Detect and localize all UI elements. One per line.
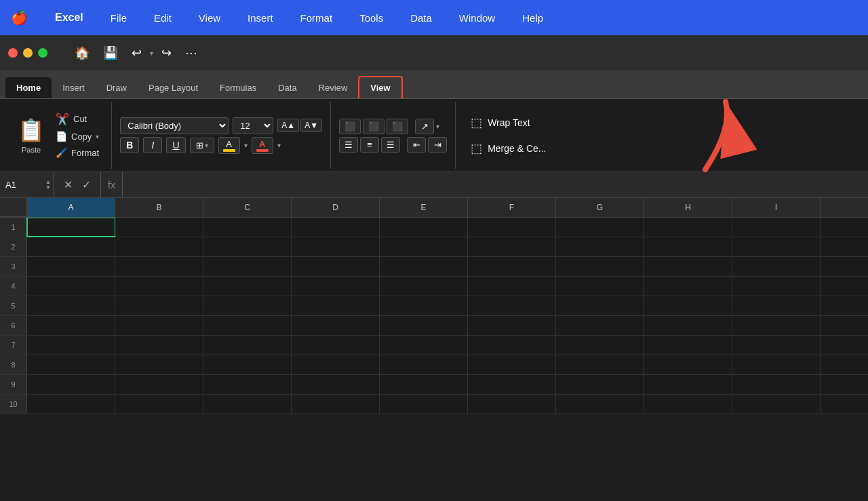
- cell-f1[interactable]: [468, 218, 556, 237]
- borders-button[interactable]: ⊞ ▾: [190, 138, 214, 153]
- col-header-g[interactable]: G: [556, 198, 644, 217]
- row-header-9[interactable]: 9: [0, 375, 27, 394]
- copy-button[interactable]: 📄 Copy ▾: [52, 129, 103, 144]
- cell-a2[interactable]: [27, 237, 115, 256]
- cancel-formula-button[interactable]: ✕: [61, 177, 75, 193]
- cell-g6[interactable]: [556, 316, 644, 335]
- cell-e10[interactable]: [380, 395, 468, 414]
- cell-c2[interactable]: [203, 237, 292, 256]
- cell-g9[interactable]: [556, 375, 644, 394]
- cell-h3[interactable]: [644, 257, 732, 276]
- align-right-button[interactable]: ☰: [381, 137, 400, 153]
- font-size-select[interactable]: 12: [233, 117, 273, 134]
- cell-b2[interactable]: [115, 237, 203, 256]
- menu-format[interactable]: Format: [295, 9, 338, 26]
- home-icon[interactable]: 🏠: [69, 41, 95, 64]
- undo-caret[interactable]: ▾: [150, 49, 153, 57]
- undo-button[interactable]: ↩: [126, 41, 147, 64]
- cell-g1[interactable]: [556, 218, 644, 237]
- highlight-caret[interactable]: ▾: [244, 142, 248, 149]
- cell-c6[interactable]: [203, 316, 292, 335]
- cell-h9[interactable]: [644, 375, 732, 394]
- tab-formulas[interactable]: Formulas: [209, 77, 267, 98]
- more-button[interactable]: ⋯: [180, 41, 203, 64]
- col-header-a[interactable]: A: [27, 198, 115, 217]
- cell-e1[interactable]: [380, 218, 468, 237]
- cell-f6[interactable]: [468, 316, 556, 335]
- cell-f8[interactable]: [468, 355, 556, 374]
- cell-a7[interactable]: [27, 336, 115, 355]
- cell-c8[interactable]: [203, 355, 292, 374]
- cell-h10[interactable]: [644, 395, 732, 414]
- cell-h2[interactable]: [644, 237, 732, 256]
- cell-d8[interactable]: [292, 355, 380, 374]
- cell-c9[interactable]: [203, 375, 292, 394]
- align-top-button[interactable]: ⬛: [339, 119, 361, 134]
- tab-insert[interactable]: Insert: [52, 77, 96, 98]
- cell-b8[interactable]: [115, 355, 203, 374]
- cell-h6[interactable]: [644, 316, 732, 335]
- cell-a5[interactable]: [27, 296, 115, 315]
- cell-d5[interactable]: [292, 296, 380, 315]
- cell-f4[interactable]: [468, 277, 556, 296]
- cell-h4[interactable]: [644, 277, 732, 296]
- col-header-i[interactable]: I: [732, 198, 821, 217]
- cell-d4[interactable]: [292, 277, 380, 296]
- align-bottom-button[interactable]: ⬛: [387, 119, 408, 134]
- save-icon[interactable]: 💾: [98, 41, 123, 64]
- row-header-2[interactable]: 2: [0, 237, 27, 256]
- cell-f2[interactable]: [468, 237, 556, 256]
- cell-c1[interactable]: [203, 218, 292, 237]
- cell-e7[interactable]: [380, 336, 468, 355]
- increase-indent-button[interactable]: ⇥: [428, 137, 447, 153]
- cell-b3[interactable]: [115, 257, 203, 276]
- cell-a1[interactable]: [27, 218, 115, 237]
- row-header-6[interactable]: 6: [0, 316, 27, 335]
- formula-input[interactable]: [123, 180, 868, 190]
- cell-e2[interactable]: [380, 237, 468, 256]
- cell-i9[interactable]: [732, 375, 821, 394]
- cell-a8[interactable]: [27, 355, 115, 374]
- col-header-b[interactable]: B: [115, 198, 203, 217]
- cell-i6[interactable]: [732, 316, 821, 335]
- cell-b10[interactable]: [115, 395, 203, 414]
- cell-h5[interactable]: [644, 296, 732, 315]
- col-header-c[interactable]: C: [203, 198, 292, 217]
- apple-icon[interactable]: 🍎: [11, 9, 28, 26]
- cell-f9[interactable]: [468, 375, 556, 394]
- cell-f5[interactable]: [468, 296, 556, 315]
- menu-tools[interactable]: Tools: [354, 9, 389, 26]
- menu-window[interactable]: Window: [454, 9, 500, 26]
- wrap-text-button[interactable]: ⬚ Wrap Text: [467, 113, 550, 133]
- cell-c5[interactable]: [203, 296, 292, 315]
- cell-g10[interactable]: [556, 395, 644, 414]
- col-header-d[interactable]: D: [292, 198, 380, 217]
- traffic-light-fullscreen[interactable]: [38, 48, 47, 58]
- row-header-7[interactable]: 7: [0, 336, 27, 355]
- row-header-8[interactable]: 8: [0, 355, 27, 374]
- cell-g4[interactable]: [556, 277, 644, 296]
- app-name[interactable]: Excel: [50, 9, 89, 26]
- cell-i1[interactable]: [732, 218, 821, 237]
- cell-b6[interactable]: [115, 316, 203, 335]
- cell-g3[interactable]: [556, 257, 644, 276]
- cell-e9[interactable]: [380, 375, 468, 394]
- cut-button[interactable]: ✂️ Cut: [52, 111, 103, 127]
- row-header-4[interactable]: 4: [0, 277, 27, 296]
- tab-view[interactable]: View: [358, 76, 402, 98]
- highlight-color-button[interactable]: A: [218, 137, 240, 154]
- cell-e6[interactable]: [380, 316, 468, 335]
- cell-h7[interactable]: [644, 336, 732, 355]
- cell-b1[interactable]: [115, 218, 203, 237]
- cell-a4[interactable]: [27, 277, 115, 296]
- menu-insert[interactable]: Insert: [242, 9, 279, 26]
- tab-page-layout[interactable]: Page Layout: [138, 77, 209, 98]
- cell-c7[interactable]: [203, 336, 292, 355]
- bold-button[interactable]: B: [120, 137, 139, 153]
- font-color-caret[interactable]: ▾: [277, 142, 281, 149]
- cell-e5[interactable]: [380, 296, 468, 315]
- cell-d6[interactable]: [292, 316, 380, 335]
- align-center-button[interactable]: ≡: [360, 137, 379, 153]
- cell-i5[interactable]: [732, 296, 821, 315]
- cell-g2[interactable]: [556, 237, 644, 256]
